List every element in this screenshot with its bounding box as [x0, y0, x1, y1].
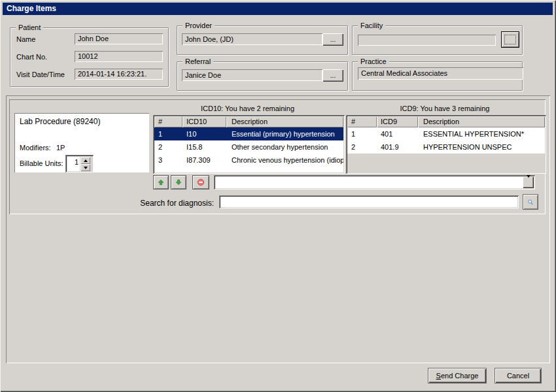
facility-browse-button[interactable] — [502, 32, 519, 47]
icd9-table[interactable]: # ICD9 Description 1401ESSENTIAL HYPERTE… — [346, 115, 546, 174]
red-minus-circle-icon — [197, 177, 205, 188]
icd10-cell: Chronic venous hypertension (idiopa... — [226, 154, 343, 167]
provider-group: Provider John Doe, (JD) ... — [177, 25, 348, 55]
focus-rectangle — [504, 35, 516, 44]
icd9-rows: 1401ESSENTIAL HYPERTENSION*2401.9HYPERTE… — [347, 127, 545, 172]
combobox-dropdown-button[interactable] — [523, 176, 534, 188]
search-diagnosis-label: Search for diagnosis: — [83, 199, 214, 208]
icd9-header: # ICD9 Description — [347, 116, 545, 127]
icd10-row[interactable]: 2I15.8Other secondary hypertension — [154, 140, 343, 154]
cancel-button[interactable]: Cancel — [495, 368, 541, 383]
practice-group: Practice Central Medical Associates — [352, 61, 523, 91]
patient-group: Patient Name John Doe Chart No. 10012 Vi… — [10, 27, 169, 87]
diagnosis-combobox[interactable] — [214, 175, 535, 189]
cancel-label: Cancel — [507, 372, 529, 380]
content-panel: Lab Procedure (89240) Modifiers: 1P Bill… — [6, 95, 550, 363]
icd10-table[interactable]: # ICD10 Description 1I10Essential (prima… — [153, 115, 345, 174]
visit-date-label: Visit Date/Time — [16, 71, 65, 79]
green-up-arrow-icon — [158, 177, 164, 188]
patient-group-label: Patient — [16, 23, 43, 32]
move-up-button[interactable] — [153, 175, 169, 189]
provider-group-label: Provider — [182, 21, 215, 30]
charge-items-dialog: Charge Items Patient Name John Doe Chart… — [0, 0, 556, 392]
procedure-box: Lab Procedure (89240) Modifiers: 1P Bill… — [14, 113, 149, 172]
icd10-cell: I87.309 — [182, 154, 226, 167]
practice-field[interactable]: Central Medical Associates — [358, 67, 523, 80]
chart-no-field[interactable]: 10012 — [75, 51, 163, 62]
send-charge-label: end Charge — [441, 372, 479, 380]
billable-units-value[interactable]: 1 — [67, 157, 80, 171]
referral-group: Referral Janice Doe ... — [177, 61, 348, 91]
spin-down-button[interactable] — [80, 164, 90, 171]
name-label: Name — [16, 35, 35, 44]
search-button[interactable] — [523, 194, 538, 210]
icd10-cell: I10 — [182, 127, 226, 140]
icd10-cell: 2 — [154, 140, 182, 154]
billable-units-stepper[interactable]: 1 — [65, 155, 94, 172]
visit-date-field[interactable]: 2014-01-14 16:23:21. — [75, 69, 163, 80]
icd9-row[interactable]: 1401ESSENTIAL HYPERTENSION* — [347, 127, 545, 140]
patient-name-field[interactable]: John Doe — [75, 33, 163, 44]
icd10-col-num[interactable]: # — [154, 116, 182, 127]
icd10-cell: Essential (primary) hypertension — [226, 127, 343, 140]
icd10-cell: Other secondary hypertension — [226, 140, 343, 154]
icd9-cell: 401.9 — [377, 140, 418, 154]
modifiers-label: Modifiers: — [20, 144, 51, 152]
spin-up-button[interactable] — [80, 157, 90, 164]
chart-no-label: Chart No. — [16, 53, 47, 61]
icd9-col-code[interactable]: ICD9 — [377, 116, 418, 127]
send-charge-button[interactable]: Send Charge — [428, 368, 486, 383]
icd10-rows: 1I10Essential (primary) hypertension2I15… — [154, 127, 343, 172]
search-diagnosis-input[interactable] — [219, 195, 519, 208]
icd9-cell: ESSENTIAL HYPERTENSION* — [418, 127, 545, 140]
icd9-cell: 401 — [377, 127, 418, 140]
diagnosis-panel: Lab Procedure (89240) Modifiers: 1P Bill… — [9, 99, 546, 214]
referral-field[interactable]: Janice Doe — [182, 69, 322, 81]
facility-group-label: Facility — [358, 21, 385, 30]
icd9-col-desc[interactable]: Description — [418, 116, 545, 127]
green-down-arrow-icon — [175, 177, 182, 188]
referral-browse-button[interactable]: ... — [322, 69, 343, 82]
facility-group: Facility — [352, 25, 523, 55]
icd9-cell: 1 — [347, 127, 377, 140]
procedure-title: Lab Procedure (89240) — [20, 118, 100, 126]
icd9-col-num[interactable]: # — [347, 116, 377, 127]
provider-field[interactable]: John Doe, (JD) — [182, 33, 322, 45]
icd10-row[interactable]: 3I87.309Chronic venous hypertension (idi… — [154, 154, 343, 167]
provider-browse-button[interactable]: ... — [322, 33, 343, 46]
practice-group-label: Practice — [358, 57, 389, 66]
icd10-cell: 1 — [154, 127, 182, 140]
magnifier-icon — [527, 197, 534, 208]
icd10-caption: ICD10: You have 2 remaining — [153, 105, 342, 113]
icd9-row[interactable]: 2401.9HYPERTENSION UNSPEC — [347, 140, 545, 154]
dropdown-arrow-icon — [527, 175, 530, 188]
icd9-caption: ICD9: You have 3 remaining — [346, 105, 544, 113]
up-arrow-icon — [84, 159, 88, 162]
icd10-header: # ICD10 Description — [154, 116, 343, 127]
icd9-cell: 2 — [347, 140, 377, 154]
referral-group-label: Referral — [182, 57, 213, 66]
send-charge-accel: S — [436, 372, 441, 380]
icd10-cell: I15.8 — [182, 140, 226, 154]
icd10-row[interactable]: 1I10Essential (primary) hypertension — [154, 127, 343, 140]
facility-field[interactable] — [358, 35, 496, 46]
modifiers-value: 1P — [56, 144, 65, 152]
down-arrow-icon — [84, 167, 88, 169]
icd10-col-desc[interactable]: Description — [226, 116, 343, 127]
icd10-col-code[interactable]: ICD10 — [182, 116, 226, 127]
billable-units-label: Billable Units: — [20, 159, 63, 168]
icd10-cell: 3 — [154, 154, 182, 167]
icd9-cell: HYPERTENSION UNSPEC — [418, 140, 545, 154]
window-title: Charge Items — [7, 4, 56, 13]
move-down-button[interactable] — [171, 175, 186, 189]
title-bar: Charge Items — [3, 3, 553, 15]
remove-diagnosis-button[interactable] — [192, 175, 209, 189]
